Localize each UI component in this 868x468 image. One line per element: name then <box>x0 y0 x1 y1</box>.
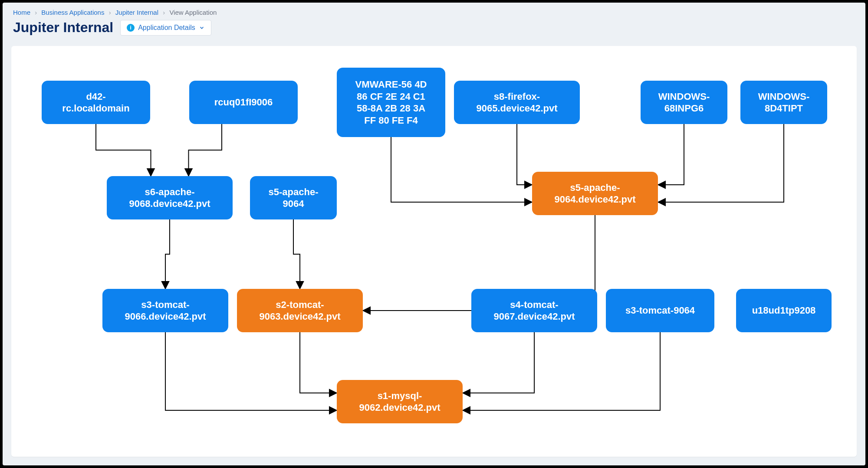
node-d42rc[interactable]: d42- rc.localdomain <box>42 81 150 124</box>
node-s3tc1[interactable]: s3-tomcat- 9066.device42.pvt <box>102 289 228 332</box>
node-s1my[interactable]: s1-mysql- 9062.device42.pvt <box>337 380 463 423</box>
node-s5ap2[interactable]: s5-apache- 9064.device42.pvt <box>532 172 658 215</box>
node-win8d[interactable]: WINDOWS- 8D4TIPT <box>740 81 827 124</box>
page-title: Jupiter Internal <box>13 20 113 36</box>
edge-s2tc-to-s1my <box>300 332 337 393</box>
edge-s3tc1-to-s1my <box>165 332 337 410</box>
edge-s5ap1-to-s2tc <box>293 219 300 289</box>
breadcrumb-jupiter-internal[interactable]: Jupiter Internal <box>115 9 158 16</box>
edge-s4tc-to-s1my <box>463 332 534 393</box>
edge-s3tc2-to-s1my <box>463 332 660 410</box>
topology-canvas-panel: d42- rc.localdomainrcuq01fI9006VMWARE-56… <box>11 46 857 457</box>
breadcrumb-sep: › <box>163 9 165 16</box>
edge-s6ap-to-s3tc1 <box>165 219 170 289</box>
breadcrumb-sep: › <box>109 9 111 16</box>
edge-s8fx-to-s5ap2 <box>517 124 532 185</box>
breadcrumb: Home › Business Applications › Jupiter I… <box>3 3 865 20</box>
header: Jupiter Internal i Application Details <box>3 20 865 43</box>
chevron-down-icon <box>199 25 205 31</box>
info-icon: i <box>127 24 135 32</box>
breadcrumb-business-apps[interactable]: Business Applications <box>41 9 104 16</box>
node-u18[interactable]: u18ud1tp9208 <box>736 289 832 332</box>
breadcrumb-sep: › <box>35 9 37 16</box>
node-rcuq[interactable]: rcuq01fI9006 <box>189 81 298 124</box>
node-s6ap[interactable]: s6-apache- 9068.device42.pvt <box>107 176 233 219</box>
node-vmware[interactable]: VMWARE-56 4D 86 CF 2E 24 C1 58-8A 2B 28 … <box>337 68 445 137</box>
topology-canvas[interactable]: d42- rc.localdomainrcuq01fI9006VMWARE-56… <box>11 46 857 457</box>
application-details-label: Application Details <box>138 24 195 32</box>
edge-win68-to-s5ap2 <box>658 124 684 185</box>
edge-win8d-to-s5ap2 <box>658 124 784 202</box>
node-s8fx[interactable]: s8-firefox- 9065.device42.pvt <box>454 81 580 124</box>
edge-rcuq-to-s6ap <box>189 124 222 176</box>
node-s3tc2[interactable]: s3-tomcat-9064 <box>606 289 714 332</box>
node-win68[interactable]: WINDOWS- 68INPG6 <box>641 81 727 124</box>
application-details-button[interactable]: i Application Details <box>120 20 211 36</box>
edge-d42rc-to-s6ap <box>96 124 151 176</box>
breadcrumb-current: View Application <box>169 9 217 16</box>
node-s5ap1[interactable]: s5-apache- 9064 <box>250 176 337 219</box>
node-s2tc[interactable]: s2-tomcat- 9063.device42.pvt <box>237 289 363 332</box>
edge-vmware-to-s5ap2 <box>391 137 532 202</box>
breadcrumb-home[interactable]: Home <box>13 9 30 16</box>
node-s4tc[interactable]: s4-tomcat- 9067.device42.pvt <box>471 289 597 332</box>
